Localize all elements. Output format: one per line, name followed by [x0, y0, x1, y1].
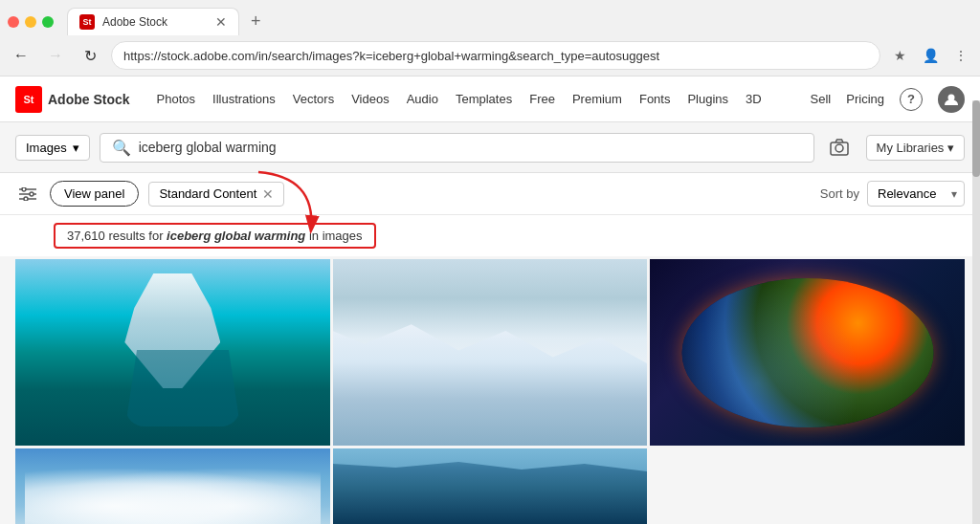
nav-free[interactable]: Free: [529, 92, 555, 106]
brand-name: Adobe Stock: [48, 92, 130, 107]
window-close-button[interactable]: [8, 16, 19, 28]
sort-label: Sort by: [820, 186, 859, 201]
my-libraries-button[interactable]: My Libraries ▾: [866, 135, 965, 161]
tab-close-icon[interactable]: ✕: [215, 14, 227, 30]
adobe-logo-icon: St: [15, 86, 42, 113]
nav-premium[interactable]: Premium: [572, 92, 622, 106]
search-type-chevron: ▾: [73, 141, 79, 155]
help-button[interactable]: ?: [900, 88, 923, 111]
nav-videos[interactable]: Videos: [351, 92, 390, 106]
search-input[interactable]: [139, 140, 802, 155]
image-cell-sky[interactable]: [15, 448, 330, 524]
nav-fonts[interactable]: Fonts: [639, 92, 671, 106]
menu-button[interactable]: ⋮: [949, 44, 972, 67]
back-button[interactable]: ←: [8, 42, 34, 69]
address-input[interactable]: [111, 41, 880, 70]
results-text: 37,610 results for iceberg global warmin…: [67, 229, 363, 243]
adobe-logo: St Adobe Stock: [15, 86, 130, 113]
scrollbar-thumb[interactable]: [972, 100, 980, 177]
window-minimize-button[interactable]: [25, 16, 36, 28]
window-maximize-button[interactable]: [42, 16, 54, 28]
visual-search-button[interactable]: [824, 132, 855, 163]
nav-templates[interactable]: Templates: [456, 92, 512, 106]
new-tab-button[interactable]: +: [243, 8, 269, 35]
tab-title: Adobe Stock: [102, 15, 167, 29]
svg-point-7: [30, 192, 33, 196]
user-avatar[interactable]: [938, 86, 965, 113]
nav-illustrations[interactable]: Illustrations: [212, 92, 276, 106]
browser-tab[interactable]: St Adobe Stock ✕: [67, 8, 239, 35]
view-panel-button[interactable]: View panel: [50, 181, 139, 207]
forward-button[interactable]: →: [42, 42, 69, 69]
pricing-link[interactable]: Pricing: [846, 92, 884, 106]
image-cell-glacier[interactable]: [333, 259, 648, 446]
svg-point-2: [835, 144, 843, 152]
tag-close-icon[interactable]: ✕: [262, 186, 274, 202]
filter-toggle-button[interactable]: [15, 184, 40, 205]
svg-point-8: [24, 197, 28, 201]
results-count: 37,610: [67, 229, 105, 243]
image-cell-ocean[interactable]: [333, 448, 648, 524]
my-libraries-label: My Libraries ▾: [877, 141, 954, 155]
results-count-box: 37,610 results for iceberg global warmin…: [54, 223, 376, 249]
svg-point-6: [22, 187, 26, 191]
nav-3d[interactable]: 3D: [746, 92, 762, 106]
results-query: iceberg global warming: [167, 229, 305, 243]
refresh-button[interactable]: ↻: [77, 42, 103, 69]
search-icon: 🔍: [112, 139, 131, 157]
search-box: 🔍: [100, 133, 814, 163]
search-type-select[interactable]: Images ▾: [15, 135, 90, 161]
image-grid: [0, 256, 980, 524]
bookmark-button[interactable]: ★: [888, 44, 911, 67]
nav-photos[interactable]: Photos: [157, 92, 195, 106]
nav-vectors[interactable]: Vectors: [293, 92, 334, 106]
sell-link[interactable]: Sell: [811, 92, 832, 106]
profile-button[interactable]: 👤: [919, 44, 942, 67]
results-in: in images: [309, 229, 363, 243]
scrollbar[interactable]: [972, 100, 980, 524]
sort-select[interactable]: Relevance Newest Popular: [867, 181, 965, 207]
main-nav: Photos Illustrations Vectors Videos Audi…: [157, 92, 762, 106]
tab-favicon: St: [79, 14, 95, 30]
image-cell-iceberg[interactable]: [15, 259, 330, 446]
nav-audio[interactable]: Audio: [407, 92, 438, 106]
image-cell-earth[interactable]: [650, 259, 965, 446]
standard-content-tag[interactable]: Standard Content ✕: [148, 182, 284, 207]
search-type-label: Images: [26, 141, 67, 155]
tag-label: Standard Content: [159, 186, 256, 201]
nav-plugins[interactable]: Plugins: [687, 92, 728, 106]
